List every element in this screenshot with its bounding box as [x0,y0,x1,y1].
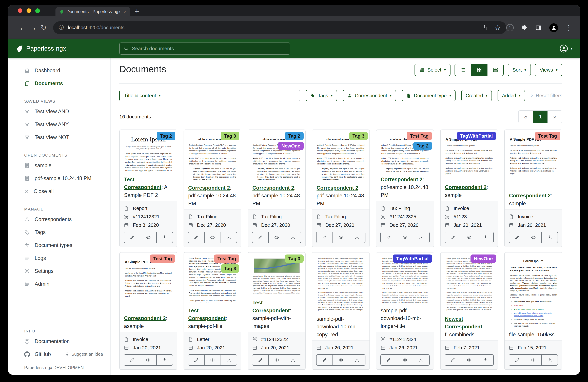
view-button[interactable] [461,355,477,365]
correspondent-link[interactable]: Test Correspondent [124,177,161,190]
extension-badge-icon[interactable]: 1 [506,24,514,31]
page-number-button[interactable]: 1 [533,111,547,123]
filter-text-input[interactable] [166,90,300,101]
correspondent-link[interactable]: Newest Correspondent [445,316,482,330]
document-thumbnail[interactable]: Lorem ipsum dolor sit amet, consectetur … [312,252,369,311]
global-search[interactable] [119,42,290,55]
sidebar-item-logs[interactable]: Logs [8,252,110,264]
download-button[interactable] [221,232,237,243]
zoom-window-button[interactable] [35,8,40,13]
download-button[interactable] [541,232,558,243]
sidebar-item-saved-view[interactable]: Test View ANY [8,118,110,131]
correspondent-link[interactable]: Correspondent 2 [252,185,294,191]
tag-badge[interactable]: TagWithPartial [457,132,496,140]
bookmark-star-icon[interactable]: ☆ [495,24,501,32]
download-button[interactable] [285,355,301,365]
document-thumbnail[interactable]: Lorem Ipsum"Neque porro quisquam est qui… [120,130,177,172]
tag-badge[interactable]: Test Tag [214,255,239,263]
edit-button[interactable] [509,232,525,243]
correspondent-link[interactable]: Correspondent 2 [445,184,487,190]
view-button[interactable] [268,355,285,365]
search-input[interactable] [132,46,286,51]
sidebar-item-saved-view[interactable]: Test View AND [8,105,110,118]
extensions-puzzle-icon[interactable] [521,24,528,31]
edit-button[interactable] [252,232,268,243]
minimize-window-button[interactable] [27,8,31,13]
document-thumbnail[interactable]: Lorem ipsum Lorem ipsum dolor sit amet, … [184,252,241,303]
view-button[interactable] [140,232,156,243]
correspondent-link[interactable]: Test Correspondent [252,300,290,313]
edit-button[interactable] [509,355,525,365]
title-content-dropdown[interactable]: Title & content ▾ [119,90,166,101]
browser-menu-icon[interactable]: ⋮ [566,24,572,31]
view-button[interactable] [268,232,285,243]
document-thumbnail[interactable]: Adobe Acrobat PDF FilesAdobe® Portable D… [376,130,434,172]
reload-icon[interactable]: ↻ [38,23,49,32]
views-button[interactable]: Views ▾ [535,64,562,76]
close-window-button[interactable] [18,8,22,13]
download-button[interactable] [156,355,173,365]
download-button[interactable] [285,232,301,243]
document-type-filter-button[interactable]: Document type ▾ [402,90,456,101]
suggest-an-idea-link[interactable]: Suggest an idea [65,352,103,357]
edit-button[interactable] [445,355,461,365]
sidebar-item-open-document[interactable]: sample [8,159,110,172]
edit-button[interactable] [445,232,461,243]
user-menu[interactable]: ▾ [559,44,572,53]
view-button[interactable] [397,355,413,365]
edit-button[interactable] [188,232,204,243]
edit-button[interactable] [124,355,140,365]
view-grid-button[interactable] [471,64,487,76]
sidebar-item-open-document[interactable]: pdf-sample 10.24.48 PM [8,172,110,185]
sidebar-item-document-types[interactable]: Document types [8,239,110,252]
share-icon[interactable] [482,24,488,31]
back-icon[interactable]: ← [18,24,28,32]
download-button[interactable] [349,355,365,365]
document-thumbnail[interactable]: Lorem ipsum dolor sit amet, consectetur … [248,252,305,295]
download-button[interactable] [477,232,493,243]
view-button[interactable] [204,232,221,243]
download-button[interactable] [156,232,173,243]
document-thumbnail[interactable]: Adobe Acrobat PDF FilesAdobe® Portable D… [184,130,241,180]
download-button[interactable] [221,355,237,365]
side-panel-icon[interactable] [535,24,542,31]
correspondent-link[interactable]: Test Correspondent [188,308,226,321]
document-thumbnail[interactable]: Lorem ipsum dolor sit amet, consectetur … [441,252,498,311]
url-bar[interactable]: ⓘ localhost:4200/documents ☆ [53,21,506,34]
download-button[interactable] [541,355,558,365]
view-button[interactable] [397,232,413,243]
tags-filter-button[interactable]: Tags ▾ [306,90,337,101]
download-button[interactable] [413,355,429,365]
download-button[interactable] [349,232,365,243]
tag-badge[interactable]: Test Tag [150,255,175,263]
tag-badge[interactable]: Tag 2 [285,132,304,140]
correspondent-link[interactable]: Correspondent 2 [124,315,166,321]
new-tab-button[interactable]: + [135,7,139,15]
site-info-icon[interactable]: ⓘ [59,24,64,31]
forward-icon[interactable]: → [28,24,38,32]
page-prev-button[interactable]: « [519,111,533,123]
brand[interactable]: Paperless-ngx [16,45,66,52]
added-filter-button[interactable]: Added ▾ [498,90,525,101]
browser-profile-avatar[interactable] [549,23,558,32]
sidebar-item-settings[interactable]: Settings [8,264,110,278]
edit-button[interactable] [381,232,397,243]
sort-button[interactable]: Sort ▾ [508,64,531,76]
sidebar-item-admin[interactable]: Admin [8,278,110,290]
sidebar-item-close-all[interactable]: Close all [8,185,110,198]
document-thumbnail[interactable]: Lorem ipsumLorem ipsum dolor sit amet, c… [505,252,562,327]
sidebar-item-saved-view[interactable]: Test View NOT [8,131,110,144]
document-thumbnail[interactable]: Lorem ipsum dolor sit amet, consectetur … [376,252,434,303]
tag-badge[interactable]: Tag 3 [221,132,239,140]
view-detail-button[interactable] [487,64,503,76]
created-filter-button[interactable]: Created ▾ [461,90,492,101]
tag-badge[interactable]: Tag 3 [349,132,368,140]
edit-button[interactable] [316,355,333,365]
view-button[interactable] [461,232,477,243]
view-list-button[interactable] [455,64,471,76]
tag-badge[interactable]: NewOne [470,255,496,263]
sidebar-item-dashboard[interactable]: Dashboard [8,64,110,77]
select-button[interactable]: Select ▾ [415,64,450,76]
tag-badge[interactable]: Tag 2 [413,142,432,150]
sidebar-item-documentation[interactable]: Documentation [8,335,110,348]
